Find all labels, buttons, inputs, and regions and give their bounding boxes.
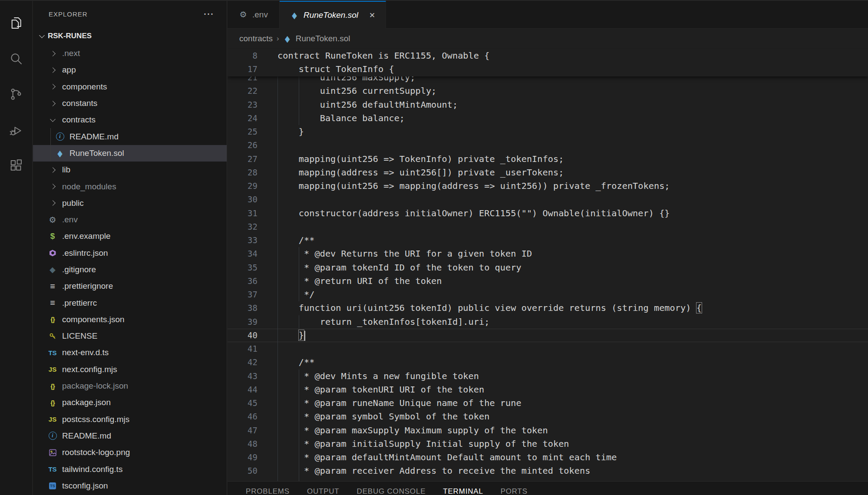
code-line-29: 29 mapping(uint256 => mapping(address =>… [228, 179, 868, 193]
panel-tab-ports[interactable]: PORTS [492, 482, 536, 495]
indent-guide [277, 424, 278, 437]
activity-run-debug-icon[interactable] [3, 117, 29, 142]
sidebar-folder-contracts[interactable]: contracts [33, 112, 227, 128]
tab-RuneToken.sol[interactable]: ◆RuneToken.sol✕ [280, 1, 386, 29]
activity-source-control-icon[interactable] [3, 82, 29, 107]
sticky-scroll: 8contract RuneToken is ERC1155, Ownable … [228, 49, 868, 76]
indent-guide [277, 247, 278, 261]
line-text: uint256 defaultMintAmount; [277, 98, 868, 112]
panel-tab-terminal[interactable]: TERMINAL [434, 482, 492, 495]
line-text: * @dev Mints a new fungible token [277, 370, 868, 383]
ts-icon: TS [48, 348, 57, 357]
indent-guide [299, 383, 299, 396]
indent-guide [299, 261, 299, 274]
dollar-icon: $ [48, 232, 57, 241]
code-line-39: 39 return _tokenInfos[tokenId].uri; [228, 315, 868, 329]
sidebar-file-README.md[interactable]: iREADME.md [33, 428, 227, 444]
code-line-42: 42 /** [228, 356, 868, 369]
activity-bar [0, 1, 33, 495]
sidebar-title: EXPLORER [49, 10, 88, 18]
breadcrumb-segment[interactable]: contracts [239, 34, 273, 43]
activity-extensions-icon[interactable] [3, 153, 29, 178]
panel-tab-debug-console[interactable]: DEBUG CONSOLE [348, 482, 435, 495]
solidity-icon: ◆ [290, 10, 299, 21]
code-editor[interactable]: 21 uint256 maxSupply;22 uint256 currentS… [228, 48, 868, 481]
workspace-root-folder[interactable]: RSK-RUNES [33, 27, 227, 45]
sidebar-folder-.next[interactable]: .next [33, 45, 227, 62]
gear-icon: ⚙ [48, 215, 57, 224]
sidebar-file-README.md[interactable]: iREADME.md [33, 128, 227, 145]
file-icon-slot: TS [46, 482, 59, 489]
activity-explorer-icon[interactable] [3, 10, 29, 36]
sidebar-file-RuneToken.sol[interactable]: ◆RuneToken.sol [33, 145, 227, 162]
sticky-line-8: 8contract RuneToken is ERC1155, Ownable … [228, 49, 868, 63]
sidebar-folder-constants[interactable]: constants [33, 95, 227, 112]
file-icon-slot: {} [46, 315, 59, 324]
sidebar-file-.prettierignore[interactable]: ≡.prettierignore [33, 278, 227, 294]
sidebar-folder-app[interactable]: app [33, 62, 227, 78]
sidebar-file-.env[interactable]: ⚙.env [33, 211, 227, 228]
sidebar-file-tsconfig.json[interactable]: TStsconfig.json [33, 478, 227, 494]
panel-tab-problems[interactable]: PROBLEMS [237, 482, 298, 495]
sidebar-file-.prettierrc[interactable]: ≡.prettierrc [33, 294, 227, 311]
file-icon-slot: {} [46, 382, 59, 390]
chevron-right-icon [50, 200, 56, 206]
chevron-down-icon [50, 116, 56, 122]
code-line-34: 34 * @dev Returns the URI for a given to… [228, 247, 868, 261]
sidebar-item-label: tsconfig.json [62, 481, 108, 491]
line-number: 24 [228, 112, 257, 125]
sidebar-item-label: next.config.mjs [62, 365, 117, 374]
line-number: 49 [228, 451, 257, 464]
sidebar-file-package.json[interactable]: {}package.json [33, 394, 227, 411]
breadcrumb-segment[interactable]: RuneToken.sol [296, 34, 350, 43]
line-number: 25 [228, 125, 257, 139]
sidebar-file-components.json[interactable]: {}components.json [33, 311, 227, 328]
sidebar-file-rootstock-logo.png[interactable]: rootstock-logo.png [33, 444, 227, 461]
sidebar-folder-components[interactable]: components [33, 79, 227, 95]
folder-chevron [46, 168, 59, 172]
sidebar-item-label: RuneToken.sol [69, 148, 124, 158]
file-tree: .nextappcomponentsconstantscontractsiREA… [33, 45, 227, 494]
sidebar-item-label: .gitignore [62, 265, 96, 274]
sidebar-folder-lib[interactable]: lib [33, 162, 227, 178]
line-text: mapping(uint256 => mapping(address => ui… [277, 179, 868, 193]
line-number: 36 [228, 274, 257, 288]
sidebar-item-label: app [62, 65, 76, 75]
sidebar-file-.eslintrc.json[interactable]: .eslintrc.json [33, 245, 227, 261]
file-icon-slot: i [53, 132, 66, 141]
sidebar-file-next-env.d.ts[interactable]: TSnext-env.d.ts [33, 344, 227, 361]
line-number: 34 [228, 247, 257, 261]
tab-.env[interactable]: ⚙.env [228, 1, 280, 28]
sidebar-file-postcss.config.mjs[interactable]: JSpostcss.config.mjs [33, 411, 227, 428]
sidebar-file-.gitignore[interactable]: ◆.gitignore [33, 261, 227, 278]
indent-guide [299, 370, 299, 383]
sidebar-file-LICENSE[interactable]: LICENSE [33, 328, 227, 344]
code-line-30: 30 [228, 193, 868, 206]
panel-tab-output[interactable]: OUTPUT [298, 482, 348, 495]
sidebar-folder-node_modules[interactable]: node_modules [33, 178, 227, 195]
sidebar-file-next.config.mjs[interactable]: JSnext.config.mjs [33, 361, 227, 378]
folder-chevron [46, 102, 59, 106]
solidity-icon: ◆ [283, 33, 292, 44]
sidebar-folder-public[interactable]: public [33, 195, 227, 211]
indent-guide [299, 315, 299, 329]
sidebar-file-.env.example[interactable]: $.env.example [33, 228, 227, 244]
line-text: constructor(address initialOwner) ERC115… [277, 207, 868, 220]
gear-icon: ⚙ [239, 10, 248, 19]
line-text: * @param tokenId ID of the token to quer… [277, 261, 868, 274]
chevron-right-icon [50, 101, 56, 106]
line-text: struct TokenInfo { [277, 63, 868, 76]
file-icon-slot: JS [46, 365, 59, 374]
code-lines: 21 uint256 maxSupply;22 uint256 currentS… [228, 71, 868, 478]
code-line-46: 46 * @param symbol Symbol of the token [228, 410, 868, 423]
file-icon-slot: JS [46, 415, 59, 424]
code-line-35: 35 * @param tokenId ID of the token to q… [228, 261, 868, 274]
indent-guide [277, 464, 278, 478]
close-icon[interactable]: ✕ [369, 11, 375, 20]
activity-search-icon[interactable] [3, 46, 29, 71]
line-text: * @return URI of the token [277, 274, 868, 288]
file-icon-slot: $ [46, 232, 59, 241]
sidebar-file-tailwind.config.ts[interactable]: TStailwind.config.ts [33, 461, 227, 477]
sidebar-file-package-lock.json[interactable]: {}package-lock.json [33, 378, 227, 394]
more-actions-icon[interactable]: ⋯ [203, 12, 214, 16]
